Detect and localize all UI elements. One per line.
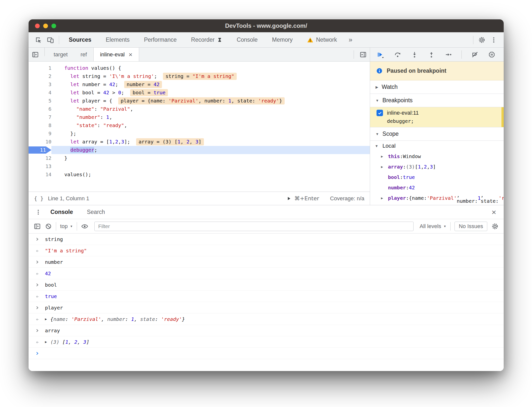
step-over-icon[interactable] [394, 51, 401, 58]
code-token: , state: [481, 192, 498, 204]
code-token: : [406, 195, 409, 201]
tab-network[interactable]: Network [300, 32, 344, 47]
console-text: 42 [45, 271, 51, 276]
console-command: player [29, 302, 504, 313]
expand-arrow-icon[interactable]: ▶ [381, 196, 388, 200]
code-token: [ [415, 164, 418, 170]
tab-sources[interactable]: Sources [62, 32, 99, 47]
breakpoint-checkbox[interactable] [377, 110, 383, 116]
breakpoint-entry[interactable]: inline-eval:11 debugger; [370, 107, 504, 127]
code-token: array [45, 328, 60, 334]
toggle-navigator-sidebar-icon[interactable] [29, 48, 42, 61]
line-number[interactable]: 11 [29, 146, 51, 154]
line-number[interactable]: 9 [29, 130, 51, 138]
line-number[interactable]: 2 [29, 72, 51, 80]
resume-script-icon[interactable] [376, 51, 384, 58]
play-icon [286, 196, 291, 201]
tab-performance[interactable]: Performance [137, 32, 184, 47]
device-toolbar-icon[interactable] [44, 34, 56, 46]
kebab-menu-icon[interactable] [488, 34, 500, 46]
console-text: {name: 'Parzival', number: 1, state: 're… [50, 316, 185, 322]
code-token [64, 139, 70, 145]
expanded-arrow-icon[interactable]: ▼ [376, 99, 379, 102]
code-token: player = {name: [121, 98, 169, 104]
line-number[interactable]: 8 [29, 121, 51, 130]
expanded-arrow-icon[interactable]: ▼ [376, 132, 379, 136]
line-number[interactable]: 10 [29, 138, 51, 146]
console-toolbar: top ▼ All levels ▼ No Issues [29, 219, 504, 234]
issues-counter-button[interactable]: No Issues [455, 222, 487, 231]
console-messages: string"I'm a string"number42booltrueplay… [29, 234, 504, 371]
file-tab-bar-right [351, 48, 370, 61]
result-arrow-icon [35, 248, 45, 253]
toggle-console-sidebar-icon[interactable] [34, 223, 41, 230]
expand-arrow-icon[interactable]: ▶ [45, 340, 47, 344]
drawer-tab-console[interactable]: Console [43, 205, 80, 219]
line-number[interactable]: 4 [29, 89, 51, 97]
close-drawer-icon[interactable]: × [489, 208, 499, 216]
expand-arrow-icon[interactable]: ▼ [376, 144, 382, 148]
code-editor[interactable]: 1function values() {2 let string = 'I\'m… [29, 62, 370, 192]
pause-on-exceptions-icon[interactable] [488, 51, 495, 58]
console-settings-gear-icon[interactable] [491, 223, 499, 230]
code-token: ; [154, 73, 157, 79]
console-prompt[interactable] [29, 348, 504, 359]
line-number[interactable]: 1 [29, 64, 51, 72]
collapsed-arrow-icon[interactable]: ▶ [376, 85, 378, 89]
code-token [64, 81, 70, 87]
code-text: let number = 42;number = 42 [51, 80, 370, 89]
code-token: , [181, 139, 187, 145]
code-token: number [107, 316, 125, 322]
file-tab-ref[interactable]: ref [74, 48, 93, 61]
console-text: bool [45, 282, 57, 288]
toggle-debugger-sidebar-icon[interactable] [356, 51, 370, 58]
scope-tree: ▼Local▶this: Window▶array: (3) [1, 2, 3]… [370, 141, 504, 205]
step-icon[interactable] [445, 51, 452, 58]
pretty-print-icon[interactable]: { } [34, 196, 43, 202]
line-number[interactable]: 7 [29, 113, 51, 121]
tab-memory[interactable]: Memory [265, 32, 300, 47]
live-expression-eye-icon[interactable] [81, 223, 88, 230]
line-number[interactable]: 13 [29, 162, 51, 170]
line-number[interactable]: 5 [29, 97, 51, 105]
expand-arrow-icon[interactable]: ▶ [381, 154, 388, 158]
code-token: 1 [178, 139, 181, 145]
tab-console[interactable]: Console [229, 32, 265, 47]
devtools-window: DevTools - www.google.com/ SourcesElemen… [29, 19, 504, 371]
settings-gear-icon[interactable] [476, 34, 488, 46]
log-levels-dropdown[interactable]: All levels ▼ [419, 223, 446, 230]
breakpoints-section-header[interactable]: ▼ Breakpoints [370, 94, 504, 107]
file-tab-target[interactable]: target [47, 48, 74, 61]
breakpoints-label: Breakpoints [382, 97, 413, 104]
toolbar-separator [59, 36, 59, 44]
scope-section-header[interactable]: ▼ Scope [370, 127, 504, 141]
main-toolbar: SourcesElementsPerformanceRecorderConsol… [29, 32, 504, 48]
expand-arrow-icon[interactable]: ▶ [45, 317, 47, 321]
drawer-tab-search[interactable]: Search [80, 205, 112, 219]
line-number[interactable]: 3 [29, 80, 51, 89]
expand-arrow-icon[interactable]: ▶ [381, 165, 388, 169]
drawer-kebab-menu-icon[interactable] [33, 207, 43, 218]
tab-recorder[interactable]: Recorder [184, 32, 229, 47]
tab-elements[interactable]: Elements [99, 32, 137, 47]
step-out-icon[interactable] [428, 51, 435, 58]
line-number[interactable]: 6 [29, 105, 51, 113]
js-context-selector[interactable]: top ▼ [60, 223, 73, 230]
more-tabs-button[interactable]: » [344, 36, 357, 44]
file-tab-inline-eval[interactable]: inline-eval× [93, 48, 139, 61]
close-file-icon[interactable]: × [129, 51, 132, 58]
result-arrow-icon [35, 316, 45, 322]
line-number[interactable]: 14 [29, 170, 51, 179]
clear-console-icon[interactable] [45, 223, 52, 230]
watch-label: Watch [382, 84, 398, 90]
file-tab-label: target [54, 51, 68, 58]
watch-section-header[interactable]: ▶ Watch [370, 80, 504, 94]
code-token: , number: [198, 98, 228, 104]
line-number[interactable]: 12 [29, 154, 51, 162]
filter-input[interactable] [94, 222, 414, 231]
code-token: let [70, 98, 79, 104]
deactivate-breakpoints-icon[interactable] [471, 51, 479, 58]
inspect-icon[interactable] [33, 34, 44, 46]
step-into-icon[interactable] [411, 51, 418, 58]
code-token: player [388, 195, 406, 201]
